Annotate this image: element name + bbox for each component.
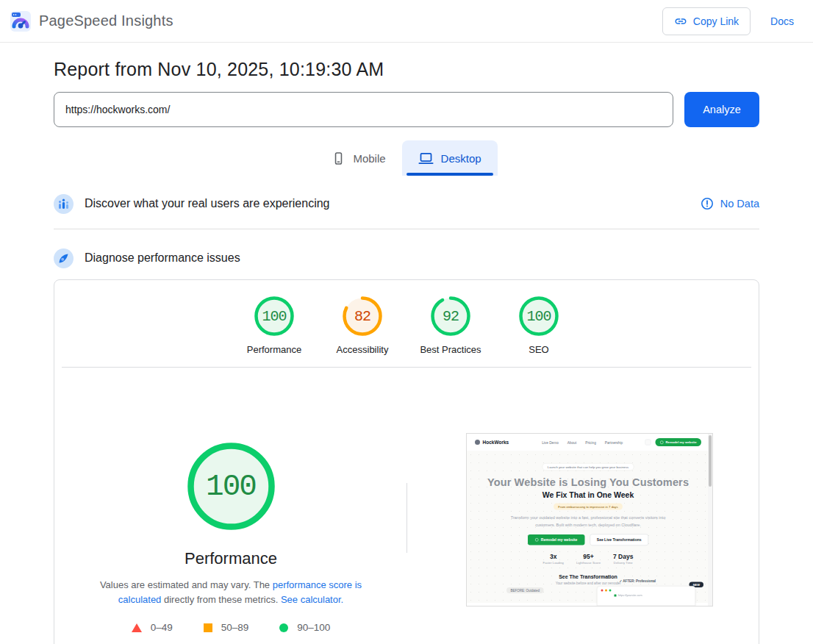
- preview-theme-toggle-icon: [645, 440, 651, 446]
- score-value: 82: [343, 296, 382, 336]
- no-data-status[interactable]: No Data: [701, 197, 759, 210]
- preview-secondary-cta: See Live Transformations: [590, 534, 648, 545]
- legend-range: 0–49: [151, 622, 173, 633]
- stat-label: Delivery Time: [613, 561, 633, 565]
- performance-gauge-panel: 100 Performance Values are estimated and…: [54, 368, 407, 633]
- score-label: Best Practices: [420, 344, 481, 355]
- legend-average: 50–89: [204, 622, 249, 633]
- good-circle-icon: [279, 623, 288, 632]
- preview-hero: Launch your website that can help you gr…: [467, 451, 709, 603]
- preview-stat: 95+ Lighthouse Score: [576, 553, 601, 565]
- preview-badge-pill: From embarrassing to impressive in 7 day…: [554, 504, 623, 510]
- desktop-icon: [418, 151, 434, 166]
- score-seo[interactable]: 100 SEO: [495, 296, 583, 355]
- preview-primary-cta: Remodel my website: [528, 534, 584, 545]
- real-users-icon: [54, 194, 74, 214]
- tab-desktop[interactable]: Desktop: [402, 140, 498, 176]
- preview-browser-mockup: https://yoursite.com: [597, 586, 695, 606]
- preview-nav-item: Pricing: [585, 440, 596, 445]
- performance-big-gauge[interactable]: 100: [187, 443, 275, 530]
- screenshot-panel: HockWorks Live Demo About Pricing Partne…: [407, 368, 759, 633]
- preview-transform-title: See The Transformation: [559, 573, 617, 579]
- app-header: PageSpeed Insights Copy Link Docs: [0, 0, 813, 43]
- preview-scrollbar-thumb[interactable]: [709, 435, 712, 487]
- preview-primary-cta-label: Remodel my website: [541, 537, 577, 542]
- legend-good: 90–100: [279, 622, 330, 633]
- preview-cta-row: Remodel my website See Live Transformati…: [528, 534, 648, 545]
- preview-scrollbar[interactable]: [708, 434, 712, 606]
- report-heading: Report from Nov 10, 2025, 10:19:30 AM: [54, 59, 759, 80]
- site-screenshot-thumbnail[interactable]: HockWorks Live Demo About Pricing Partne…: [466, 433, 713, 607]
- preview-nav-right: Remodel my website: [645, 438, 701, 446]
- preview-announce-pill: Launch your website that can help you gr…: [542, 463, 634, 471]
- preview-stats: 3x Faster Loading 95+ Lighthouse Score 7…: [543, 553, 634, 565]
- main-content: Report from Nov 10, 2025, 10:19:30 AM An…: [54, 59, 759, 644]
- browser-url-bar: https://yoursite.com: [615, 594, 692, 598]
- category-scores-row: 100 Performance 82 Accessibility: [54, 280, 759, 355]
- discover-section: Discover what your real users are experi…: [54, 186, 759, 221]
- performance-score-value: 100: [187, 443, 275, 530]
- tab-mobile[interactable]: Mobile: [315, 140, 401, 176]
- tab-mobile-label: Mobile: [353, 152, 385, 165]
- preview-stat: 7 Days Delivery Time: [613, 553, 633, 565]
- score-label: Performance: [247, 344, 301, 355]
- disclaimer-text: directly from these metrics.: [161, 594, 281, 605]
- performance-panel-title: Performance: [54, 549, 407, 568]
- browser-dots-icon: [601, 590, 692, 592]
- preview-headline: Your Website is Losing You Customers: [487, 476, 689, 489]
- performance-disclaimer: Values are estimated and may vary. The p…: [94, 578, 368, 607]
- stat-label: Lighthouse Score: [576, 561, 601, 565]
- docs-link[interactable]: Docs: [770, 15, 794, 27]
- device-tabs: Mobile Desktop: [54, 140, 759, 176]
- tab-desktop-label: Desktop: [441, 152, 481, 165]
- results-card: 100 Performance 82 Accessibility: [54, 279, 759, 644]
- preview-navbar: HockWorks Live Demo About Pricing Partne…: [467, 434, 709, 451]
- copy-link-label: Copy Link: [693, 15, 739, 27]
- preview-nav-item: About: [567, 440, 576, 445]
- see-calculator-link[interactable]: See calculator.: [281, 594, 343, 605]
- score-value: 100: [254, 296, 294, 336]
- analyze-button[interactable]: Analyze: [684, 92, 759, 127]
- whatsapp-icon: [660, 440, 664, 444]
- preview-stat: 3x Faster Loading: [543, 553, 564, 565]
- info-icon: [701, 197, 714, 210]
- app-title: PageSpeed Insights: [39, 12, 173, 29]
- vertical-divider: [406, 483, 407, 553]
- preview-nav-cta: Remodel my website: [655, 438, 701, 446]
- no-data-label: No Data: [720, 198, 759, 210]
- poor-triangle-icon: [132, 623, 142, 632]
- browser-url-text: https://yoursite.com: [618, 594, 642, 598]
- lock-icon: [615, 594, 617, 596]
- url-row: Analyze: [54, 92, 759, 127]
- preview-subheadline: We Fix That in One Week: [542, 490, 634, 499]
- diagnose-title: Diagnose performance issues: [85, 251, 240, 265]
- pagespeed-logo-icon[interactable]: [10, 11, 31, 32]
- after-text: AFTER: Professional: [623, 579, 656, 583]
- performance-detail-section: 100 Performance Values are estimated and…: [54, 368, 759, 633]
- diagnose-section: Diagnose performance issues: [54, 240, 759, 276]
- site-preview: HockWorks Live Demo About Pricing Partne…: [467, 434, 709, 603]
- preview-before-label: BEFORE: Outdated: [506, 587, 544, 593]
- preview-nav-item: Live Demo: [542, 440, 559, 445]
- disclaimer-text: Values are estimated and may vary. The: [100, 579, 273, 590]
- stat-value: 7 Days: [613, 553, 633, 560]
- score-accessibility[interactable]: 82 Accessibility: [318, 296, 406, 355]
- preview-brand: HockWorks: [475, 440, 509, 446]
- preview-brand-label: HockWorks: [483, 440, 509, 446]
- preview-after-label: ✓ AFTER: Professional: [619, 579, 656, 583]
- score-best-practices[interactable]: 92 Best Practices: [406, 296, 495, 355]
- score-value: 100: [519, 296, 559, 336]
- stat-value: 3x: [543, 553, 564, 560]
- preview-nav-links: Live Demo About Pricing Partnership: [542, 440, 623, 445]
- discover-title: Discover what your real users are experi…: [85, 197, 329, 210]
- legend-poor: 0–49: [132, 622, 173, 633]
- score-legend: 0–49 50–89 90–100: [54, 622, 407, 633]
- score-label: Accessibility: [337, 344, 389, 355]
- url-input[interactable]: [54, 92, 673, 127]
- diagnose-gauge-icon: [54, 248, 74, 268]
- whatsapp-icon: [535, 538, 539, 542]
- average-square-icon: [204, 623, 212, 632]
- copy-link-button[interactable]: Copy Link: [662, 7, 751, 35]
- stat-value: 95+: [576, 553, 601, 560]
- score-performance[interactable]: 100 Performance: [230, 296, 318, 355]
